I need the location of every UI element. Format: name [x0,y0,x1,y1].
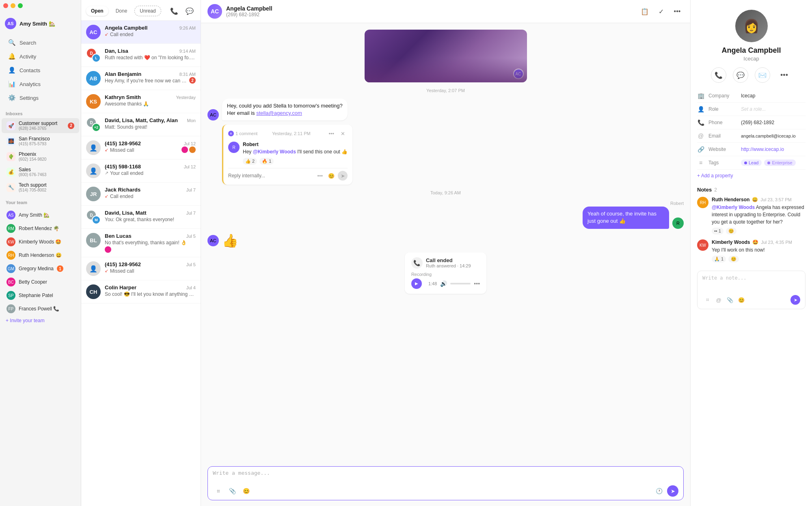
conv-item-415-128-2[interactable]: 👤 (415) 128-9562 Jul 5 ↙ Missed call [81,257,201,280]
tab-unread[interactable]: Unread [134,6,161,16]
conv-time: Jul 12 [184,164,196,169]
tab-done[interactable]: Done [111,6,132,16]
conv-item-kathryn[interactable]: KS Kathryn Smith Yesterday Awesome thank… [81,90,201,113]
contact-chat-button[interactable]: 💬 [733,67,748,83]
reaction[interactable]: 👍 2 [243,158,257,165]
note-input[interactable] [702,275,800,291]
emoji-picker-button[interactable]: 😊 [240,485,252,497]
conv-item-alan[interactable]: AB Alan Benjamin 8:31 AM Hey Amy, if you… [81,67,201,90]
inbox-item-customer-support[interactable]: 🚀 Customer support (628) 246-3765 2 [2,118,79,133]
team-item-stephanie[interactable]: SP Stephanie Patel [2,289,79,302]
contact-more-button[interactable]: ••• [777,67,792,83]
note-reaction[interactable]: 🙏 1 [712,256,726,263]
emoji-icon-button[interactable]: 😊 [326,171,336,181]
contact-call-button[interactable]: 📞 [711,67,726,83]
team-item-ruth[interactable]: RH Ruth Henderson 😀 [2,249,79,262]
play-button[interactable]: ▶ [411,278,422,289]
more-icon-button[interactable]: ••• [315,171,325,181]
thread-close-button[interactable]: ✕ [338,129,348,138]
volume-slider[interactable] [450,283,471,284]
tag-enterprise[interactable]: Enterprise [764,159,795,166]
send-icon-button[interactable]: ➤ [338,171,348,181]
team-item-robert[interactable]: RM Robert Mendez 🌴 [2,222,79,235]
message-row: AC Hey, could you add Stella to tomorrow… [207,99,684,121]
chat-messages: AC Yesterday, 2:07 PM AC Hey, could you … [201,23,690,462]
conv-name: (415) 128-9562 [105,140,141,146]
team-item-gregory[interactable]: GM Gregory Medina 1 [2,262,79,275]
inbox-phone: (415) 875-5793 [19,142,74,146]
conv-name: (415) 128-9562 [105,261,141,267]
more-options-button[interactable]: ••• [671,5,684,18]
sidebar-item-activity[interactable]: 🔔 Activity [2,50,78,63]
conv-name: Kathryn Smith [105,94,141,100]
chat-icon-button[interactable]: 💬 [184,5,196,17]
emoji-reaction-row: AC 👍 [207,233,684,248]
sidebar-item-label: Contacts [19,67,40,73]
team-item-amy[interactable]: AS Amy Smith 🏡 [2,209,79,222]
conv-item-dan-lisa[interactable]: D L Dan, Lisa 9:14 AM Ruth reacted with … [81,44,201,67]
team-item-frances[interactable]: FP Frances Powell 📞 [2,302,79,315]
inbox-item-tech-support[interactable]: 🔧 Tech support (514) 705-8002 [2,180,79,195]
note-slash-button[interactable]: ⌗ [702,295,712,305]
inbox-item-san-francisco[interactable]: 🌉 San Francisco (415) 875-5793 [2,133,79,149]
team-item-betty[interactable]: BC Betty Cooper [2,276,79,289]
note-attachment-button[interactable]: 📎 [725,295,735,305]
conv-item-415-128[interactable]: 👤 (415) 128-9562 Jul 12 ↙ Missed call [81,136,201,159]
share-button[interactable]: 📋 [638,5,651,18]
note-emoji-button[interactable]: 😊 [736,295,746,305]
role-icon: 👤 [697,106,704,112]
contact-details: 🏢 Company Icecap 👤 Role Set a role... 📞 … [691,89,812,170]
inbox-item-phoenix[interactable]: 🌵 Phoenix (602) 154-9820 [2,149,79,164]
sidebar-item-contacts[interactable]: 👤 Contacts [2,64,78,77]
conv-item-ben[interactable]: BL Ben Lucas Jul 5 No that's everything,… [81,229,201,257]
detail-value-website[interactable]: http://www.icecap.io [741,146,806,152]
phone-icon-button[interactable]: 📞 [168,5,180,17]
maximize-button[interactable] [18,3,23,8]
sidebar-item-search[interactable]: 🔍 Search [2,36,78,49]
note-mention-button[interactable]: @ [714,295,723,305]
detail-value-email: angela.campbell@icecap.io [741,133,806,138]
note-reaction-emoji[interactable]: 😊 [728,256,739,263]
note-send-button[interactable]: ➤ [790,295,800,305]
detail-value-role[interactable]: Set a role... [741,106,806,112]
add-property-row[interactable]: + Add a property [691,170,812,182]
sidebar-item-settings[interactable]: ⚙️ Settings [2,91,78,104]
conv-item-415-598[interactable]: 👤 (415) 598-1168 Jul 12 ↗ Your call ende… [81,159,201,183]
reaction[interactable]: 🔥 1 [259,158,274,165]
inbox-name: Tech support [19,182,74,188]
team-item-kimberly[interactable]: KW Kimberly Woods 🤩 [2,235,79,248]
tag-lead[interactable]: Lead [741,159,762,166]
thumbs-emoji: 👍 [222,233,238,248]
slash-command-button[interactable]: ⌗ [213,485,224,497]
conv-item-david-matt[interactable]: D M David, Lisa, Matt Jul 7 You: Ok grea… [81,206,201,229]
reply-input[interactable] [228,173,315,179]
note-reaction-emoji[interactable]: 😊 [726,228,736,235]
chat-header-avatar: AC [207,4,222,19]
schedule-button[interactable]: 🕐 [653,485,665,497]
message-input[interactable] [213,470,678,483]
note-reaction[interactable]: •• 1 [712,228,723,235]
conv-item-jack[interactable]: JR Jack Richards Jul 7 ↙ Call ended [81,183,201,206]
conv-item-david-group[interactable]: D +2 David, Lisa, Matt, Cathy, Alan Mon … [81,113,201,136]
invite-team-link[interactable]: + Invite your team [0,316,81,325]
attachment-button[interactable]: 📎 [227,485,238,497]
message-image: AC [365,30,527,82]
thread-more-button[interactable]: ••• [326,129,336,138]
conversation-items: AC Angela Campbell 9:26 AM ↙ Call ended … [81,21,201,506]
detail-row-website: 🔗 Website http://www.icecap.io [697,143,806,156]
sidebar-item-analytics[interactable]: 📊 Analytics [2,78,78,90]
conv-item-colin[interactable]: CH Colin Harper Jul 4 So cool! 😎 I'll le… [81,280,201,304]
minimize-button[interactable] [11,3,15,8]
email-link[interactable]: stella@agency.com [256,110,302,116]
recording-more-button[interactable]: ••• [474,280,480,287]
contact-email-button[interactable]: ✉️ [755,67,770,83]
send-button[interactable]: ➤ [667,485,678,497]
inbox-name: Sales [19,167,74,172]
tab-open[interactable]: Open [86,6,108,16]
invite-team-label: + Invite your team [6,318,45,323]
detail-row-company: 🏢 Company Icecap [697,89,806,103]
conv-item-angela[interactable]: AC Angela Campbell 9:26 AM ↙ Call ended [81,21,201,44]
inbox-item-sales[interactable]: 💰 Sales (800) 676-7463 [2,164,79,179]
resolve-button[interactable]: ✓ [654,5,667,18]
close-button[interactable] [3,3,8,8]
